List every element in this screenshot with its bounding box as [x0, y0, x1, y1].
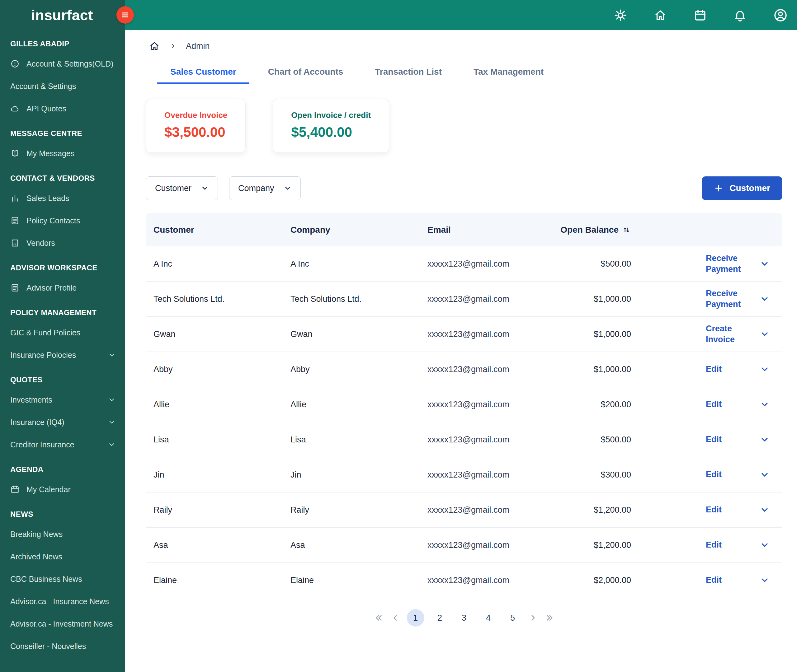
bell-icon: [733, 9, 747, 22]
alert-circle-icon: [10, 59, 19, 69]
sidebar-item-my-messages[interactable]: My Messages: [0, 142, 125, 165]
balance-cell: $300.00: [601, 470, 631, 480]
first-page-button[interactable]: [375, 613, 384, 622]
sidebar-item-advisorca-investment-news[interactable]: Advisor.ca - Investment News: [0, 613, 125, 635]
profile-button[interactable]: [773, 8, 787, 22]
actions-cell: Edit: [631, 528, 775, 563]
chevron-down-icon: [760, 435, 770, 445]
row-action-button[interactable]: Edit: [706, 504, 722, 515]
company-cell: Tech Solutions Ltd.: [290, 294, 427, 304]
table-row: A Inc A Inc xxxxx123@gmail.com $500.00 R…: [146, 246, 782, 282]
add-customer-button[interactable]: Customer: [702, 176, 782, 200]
row-actions-menu-button[interactable]: [760, 259, 770, 269]
row-actions-menu-button[interactable]: [760, 470, 770, 480]
row-action-button[interactable]: Edit: [706, 574, 722, 586]
row-actions-menu-button[interactable]: [760, 435, 770, 445]
sidebar-item-conseiller-nouvelles[interactable]: Conseiller - Nouvelles: [0, 635, 125, 658]
sidebar-item-account-settings[interactable]: Account & Settings: [0, 75, 125, 98]
row-action-button[interactable]: Receive Payment: [706, 288, 760, 310]
sidebar-item-sales-leads[interactable]: Sales Leads: [0, 187, 125, 210]
home-icon: [654, 9, 667, 22]
row-action-button[interactable]: Receive Payment: [706, 253, 760, 275]
document-icon: [10, 283, 19, 293]
page-button-2[interactable]: 2: [431, 609, 449, 627]
sidebar-toggle-button[interactable]: [116, 6, 134, 24]
balance-cell: $1,000.00: [594, 294, 631, 304]
customer-filter-dropdown[interactable]: Customer: [146, 176, 218, 200]
logo-area: insurfact: [0, 0, 125, 30]
sidebar-item-account-settings-old[interactable]: Account & Settings(OLD): [0, 53, 125, 75]
actions-cell: Receive Payment: [631, 246, 775, 281]
row-action-button[interactable]: Edit: [706, 469, 722, 480]
row-action-button[interactable]: Edit: [706, 364, 722, 374]
sidebar-item-vendors[interactable]: Vendors: [0, 232, 125, 254]
dropdown-label: Customer: [155, 184, 191, 193]
sidebar-item-policy-contacts[interactable]: Policy Contacts: [0, 210, 125, 232]
sidebar-section-user: GILLES ABADIP Account & Settings(OLD) Ac…: [0, 35, 125, 120]
sidebar-item-advisorca-insurance-news[interactable]: Advisor.ca - Insurance News: [0, 590, 125, 613]
chevron-down-icon: [108, 418, 116, 426]
row-actions-menu-button[interactable]: [760, 294, 770, 304]
settings-button[interactable]: [614, 9, 627, 22]
sidebar-item-gic-fund-policies[interactable]: GIC & Fund Policies: [0, 322, 125, 344]
row-action-button[interactable]: Edit: [706, 539, 722, 550]
sidebar-item-investments[interactable]: Investments: [0, 389, 125, 411]
last-page-button[interactable]: [545, 613, 554, 622]
sidebar-item-breaking-news[interactable]: Breaking News: [0, 523, 125, 546]
customers-table: Customer Company Email Open Balance A In…: [146, 213, 782, 598]
row-actions-menu-button[interactable]: [760, 505, 770, 515]
sidebar-item-insurance-policies[interactable]: Insurance Polocies: [0, 344, 125, 366]
table-row: Lisa Lisa xxxxx123@gmail.com $500.00 Edi…: [146, 422, 782, 457]
home-button[interactable]: [654, 9, 667, 22]
company-cell: Jin: [290, 470, 427, 480]
sidebar-item-label: Vendors: [26, 238, 55, 248]
actions-cell: Edit: [631, 493, 775, 527]
page-button-4[interactable]: 4: [480, 609, 497, 627]
page-button-1[interactable]: 1: [407, 609, 424, 627]
next-page-button[interactable]: [528, 613, 538, 622]
row-action-button[interactable]: Edit: [706, 434, 722, 445]
row-action-button[interactable]: Create Invoice: [706, 323, 760, 345]
row-actions-menu-button[interactable]: [760, 364, 770, 374]
email-cell: xxxxx123@gmail.com: [427, 365, 560, 374]
row-actions-menu-button[interactable]: [760, 575, 770, 585]
table-row: Asa Asa xxxxx123@gmail.com $1,200.00 Edi…: [146, 528, 782, 563]
breadcrumb-home-button[interactable]: [149, 41, 160, 51]
row-action-button[interactable]: Edit: [706, 399, 722, 410]
sidebar-item-label: Conseiller - Nouvelles: [10, 642, 86, 651]
table-row: Jin Jin xxxxx123@gmail.com $300.00 Edit: [146, 457, 782, 493]
sidebar-item-archived-news[interactable]: Archived News: [0, 546, 125, 568]
page-button-3[interactable]: 3: [455, 609, 473, 627]
row-actions-menu-button[interactable]: [760, 329, 770, 339]
overdue-invoice-card: Overdue Invoice $3,500.00: [146, 99, 245, 153]
previous-page-button[interactable]: [391, 613, 400, 622]
sidebar-item-my-calendar[interactable]: My Calendar: [0, 478, 125, 501]
page-button-5[interactable]: 5: [504, 609, 521, 627]
user-icon: [773, 8, 787, 22]
tab-chart-of-accounts[interactable]: Chart of Accounts: [255, 64, 356, 84]
sidebar-item-advisor-profile[interactable]: Advisor Profile: [0, 277, 125, 299]
chevron-down-icon: [760, 505, 770, 515]
company-filter-dropdown[interactable]: Company: [229, 176, 301, 200]
tab-tax-management[interactable]: Tax Management: [460, 64, 556, 84]
tab-sales-customer[interactable]: Sales Customer: [157, 64, 249, 84]
sidebar-item-creditor-insurance[interactable]: Creditor Insurance: [0, 434, 125, 456]
sidebar-item-api-quotes[interactable]: API Quotes: [0, 98, 125, 120]
card-amount: $3,500.00: [164, 125, 227, 140]
calendar-button[interactable]: [694, 9, 707, 22]
column-header-open-balance-sort[interactable]: Open Balance: [560, 225, 631, 235]
notifications-button[interactable]: [733, 9, 747, 22]
sidebar-section-advisor: ADVISOR WORKSPACE Advisor Profile: [0, 259, 125, 299]
sidebar-item-label: Archived News: [10, 552, 62, 561]
column-header-email: Email: [427, 225, 560, 235]
customer-cell: Elaine: [154, 576, 290, 585]
sidebar-item-insurance-iq4[interactable]: Insurance (IQ4): [0, 411, 125, 434]
sidebar-item-cbc-business-news[interactable]: CBC Business News: [0, 568, 125, 590]
row-actions-menu-button[interactable]: [760, 540, 770, 550]
balance-cell: $1,000.00: [594, 330, 631, 339]
tab-transaction-list[interactable]: Transaction List: [362, 64, 455, 84]
chevron-down-icon: [760, 364, 770, 374]
row-actions-menu-button[interactable]: [760, 400, 770, 410]
actions-cell: Receive Payment: [631, 282, 775, 317]
table-row: Elaine Elaine xxxxx123@gmail.com $2,000.…: [146, 563, 782, 598]
